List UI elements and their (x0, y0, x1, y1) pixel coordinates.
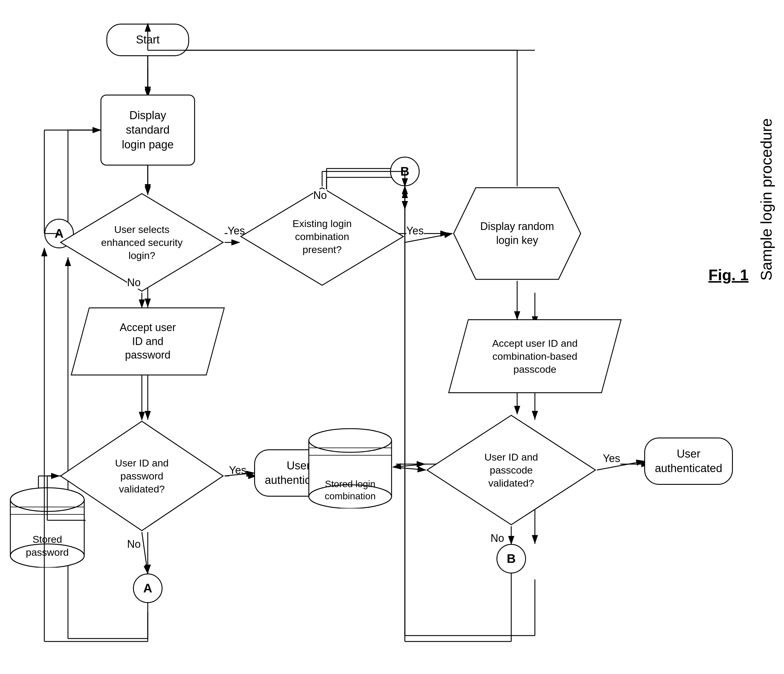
yes-label-3: Yes (229, 464, 246, 476)
yes-label-4: Yes (603, 452, 620, 465)
display-login-page: Display standard login page (101, 95, 195, 165)
connector-a-bottom: A (133, 573, 163, 603)
connector-b-bottom: B (496, 544, 526, 573)
start-label: Start (136, 33, 160, 47)
connector-b-top: B (390, 157, 420, 186)
stored-login-combo: Stored logincombination (307, 426, 393, 509)
user-selects-diamond: User selectsenhanced securitylogin? (59, 192, 225, 293)
side-label: Sample login procedure (758, 118, 775, 280)
yes-label-2: Yes (406, 225, 424, 237)
start-shape: Start (106, 23, 189, 56)
accept-uid-passcode: Accept user ID andcombination-basedpassc… (458, 319, 612, 393)
uid-passcode-validated: User ID andpasscodevalidated? (426, 414, 597, 526)
fig-label: Fig. 1 (708, 266, 748, 284)
svg-point-46 (309, 429, 392, 452)
accept-uid-password: Accept userID andpassword (80, 307, 216, 375)
diagram-container: Start A Display standard login page User… (0, 0, 784, 674)
no-label-1: No (127, 276, 141, 289)
display-random-key: Display randomlogin key (452, 186, 582, 281)
user-authenticated-right: User authenticated (644, 437, 733, 485)
no-label-2: No (313, 189, 327, 202)
uid-password-validated: User ID andpasswordvalidated? (59, 420, 225, 532)
no-label-3: No (127, 538, 141, 550)
no-label-4: No (490, 532, 504, 545)
